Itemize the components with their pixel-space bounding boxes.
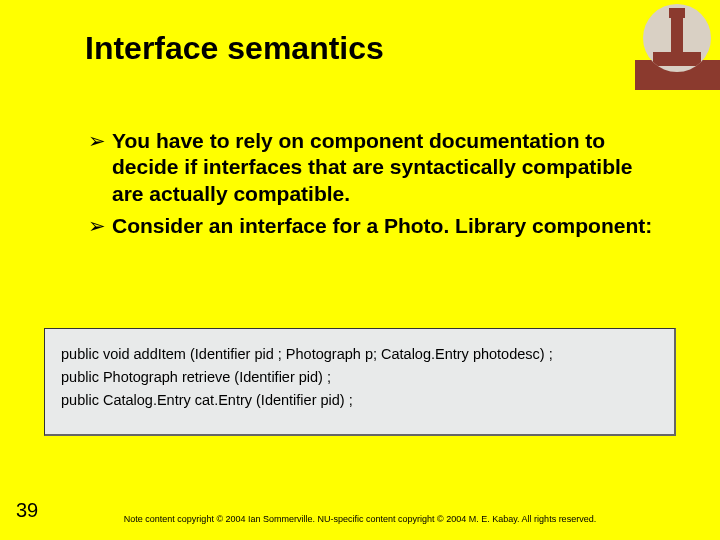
bullet-text: You have to rely on component documentat… — [112, 129, 633, 205]
code-box: public void addItem (Identifier pid ; Ph… — [44, 328, 676, 436]
bullet-list: ➢ You have to rely on component document… — [88, 128, 660, 245]
bullet-item: ➢ You have to rely on component document… — [88, 128, 660, 207]
code-line: public void addItem (Identifier pid ; Ph… — [61, 343, 664, 366]
code-line: public Photograph retrieve (Identifier p… — [61, 366, 664, 389]
triangle-bullet-icon: ➢ — [88, 213, 106, 239]
institution-logo — [635, 0, 720, 90]
bullet-item: ➢ Consider an interface for a Photo. Lib… — [88, 213, 660, 239]
copyright-footer: Note content copyright © 2004 Ian Sommer… — [0, 514, 720, 524]
code-line: public Catalog.Entry cat.Entry (Identifi… — [61, 389, 664, 412]
bullet-text: Consider an interface for a Photo. Libra… — [112, 214, 652, 237]
triangle-bullet-icon: ➢ — [88, 128, 106, 154]
slide: Interface semantics ➢ You have to rely o… — [0, 0, 720, 540]
slide-title: Interface semantics — [85, 30, 384, 67]
